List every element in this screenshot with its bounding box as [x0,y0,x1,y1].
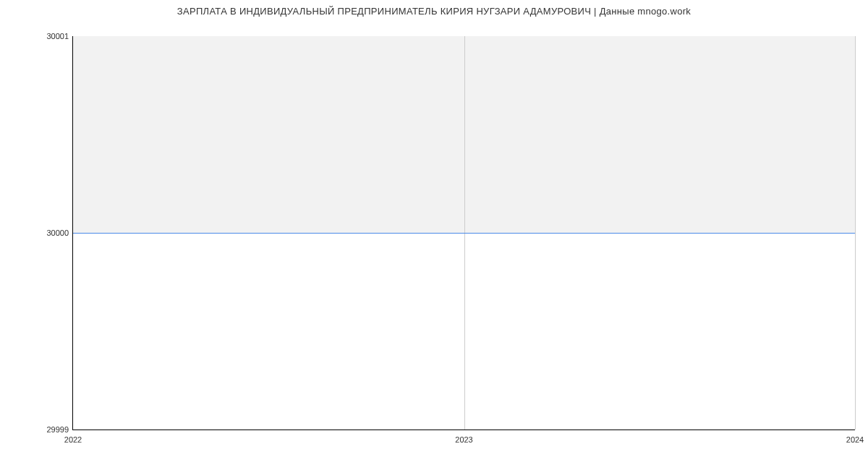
x-tick-2024: 2024 [846,435,864,444]
plot-area: 30001 30000 29999 2022 2023 2024 [72,36,855,430]
grid-line-2024 [855,36,856,430]
y-tick-mid: 30000 [46,228,69,237]
x-tick-2023: 2023 [455,435,472,444]
y-tick-bot: 29999 [46,425,69,434]
chart-title: ЗАРПЛАТА В ИНДИВИДУАЛЬНЫЙ ПРЕДПРИНИМАТЕЛ… [0,0,868,17]
x-tick-2022: 2022 [64,435,82,444]
y-tick-top: 30001 [46,32,69,40]
data-line [73,233,855,234]
chart-plot: 30001 30000 29999 2022 2023 2024 [72,36,855,430]
